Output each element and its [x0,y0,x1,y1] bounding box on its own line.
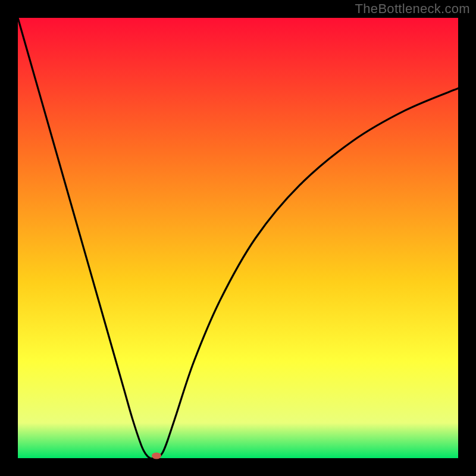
watermark-text: TheBottleneck.com [355,1,470,17]
plot-area [18,18,458,458]
minimum-marker-dot [152,453,161,459]
bottleneck-curve [18,18,458,458]
chart-frame: TheBottleneck.com [0,0,476,476]
